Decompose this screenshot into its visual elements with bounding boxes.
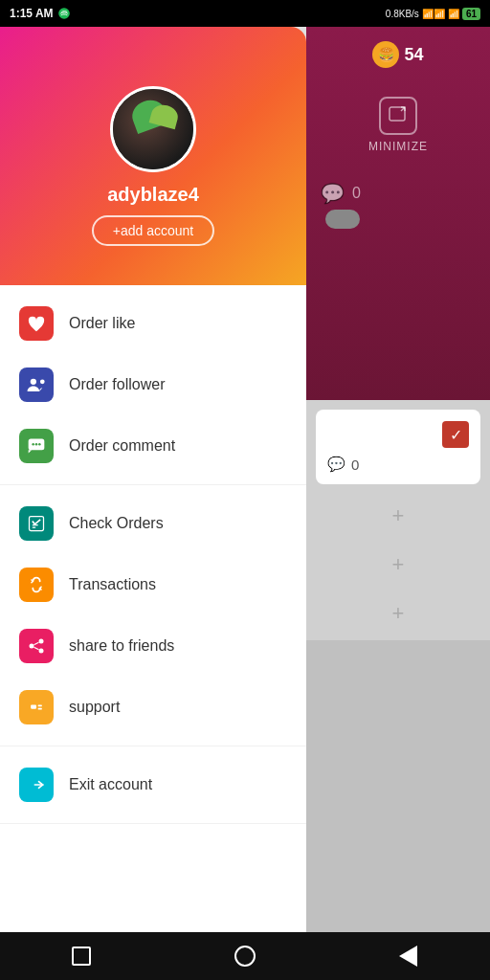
svg-point-1 (58, 8, 70, 19)
right-panel: 🍔 54 MINIMIZE 💬 0 ✓ (306, 27, 490, 980)
spotify-icon (57, 7, 71, 20)
svg-point-14 (39, 649, 44, 654)
nav-back-icon (399, 946, 417, 967)
nav-recent-apps[interactable] (57, 932, 105, 980)
add-account-button[interactable]: +add account (92, 215, 214, 246)
support-icon (19, 690, 54, 724)
nav-bar (0, 932, 490, 980)
check-orders-label: Check Orders (69, 515, 164, 532)
comment-icon-right: 💬 (321, 182, 345, 205)
plus-icon-3[interactable]: + (316, 596, 480, 631)
card-comment-icon: 💬 (327, 456, 345, 473)
card-comment-count: 0 (351, 457, 359, 473)
coin-count: 54 (404, 45, 423, 65)
svg-point-12 (30, 644, 34, 649)
nav-back[interactable] (385, 932, 433, 980)
menu-item-support[interactable]: support (0, 677, 306, 738)
svg-point-2 (31, 379, 36, 385)
order-comment-label: Order comment (69, 437, 175, 455)
svg-point-7 (38, 443, 41, 446)
right-panel-top: 🍔 54 MINIMIZE 💬 0 (306, 27, 490, 400)
coin-icon: 🍔 (372, 41, 399, 68)
svg-point-13 (39, 639, 44, 644)
order-like-label: Order like (69, 315, 135, 332)
svg-rect-20 (38, 708, 42, 710)
avatar-image (113, 86, 193, 172)
status-bar: 1:15 AM 0.8KB/s 📶📶 📶 61 (0, 0, 490, 27)
svg-line-16 (34, 647, 39, 650)
avatar (110, 86, 196, 172)
svg-point-6 (35, 443, 38, 446)
menu-section-1: Order like Order follower (0, 285, 306, 485)
time: 1:15 AM (10, 7, 54, 20)
svg-rect-19 (38, 705, 42, 707)
menu-item-share-to-friends[interactable]: share to friends (0, 615, 306, 677)
wifi-icon: 📶 (448, 9, 459, 19)
comment-area: 💬 0 (306, 182, 490, 229)
menu-section-3: Exit account (0, 746, 306, 824)
signal-icons: 📶📶 (422, 9, 445, 19)
order-follower-icon (19, 368, 54, 402)
svg-point-3 (40, 380, 45, 385)
transactions-icon (19, 568, 54, 602)
coin-badge: 🍔 54 (372, 41, 423, 68)
menu-item-order-like[interactable]: Order like (0, 293, 306, 354)
share-to-friends-icon (19, 629, 54, 663)
username: adyblaze4 (107, 184, 199, 206)
plus-icon-2[interactable]: + (316, 547, 480, 582)
order-comment-icon (19, 429, 54, 463)
menu-item-order-comment[interactable]: Order comment (0, 415, 306, 477)
nav-home[interactable] (221, 932, 269, 980)
comment-count-right: 0 (352, 185, 361, 202)
nav-home-icon (234, 946, 256, 967)
right-card-comment: 💬 0 (327, 456, 469, 473)
menu-item-transactions[interactable]: Transactions (0, 554, 306, 615)
minimize-icon (379, 97, 417, 135)
check-icon: ✓ (442, 421, 469, 448)
menu-item-exit-account[interactable]: Exit account (0, 754, 306, 815)
exit-account-icon (19, 768, 54, 802)
menu-item-check-orders[interactable]: Check Orders (0, 493, 306, 554)
svg-point-5 (32, 443, 34, 446)
svg-line-15 (34, 642, 39, 645)
nav-square-icon (72, 947, 91, 966)
exit-account-label: Exit account (69, 776, 152, 793)
menu-item-order-follower[interactable]: Order follower (0, 354, 306, 415)
order-follower-label: Order follower (69, 376, 165, 393)
support-label: support (69, 699, 120, 716)
drawer: adyblaze4 +add account Order like Order (0, 27, 306, 980)
speed: 0.8KB/s (386, 9, 419, 19)
right-card-1: ✓ 💬 0 (316, 410, 480, 484)
right-panel-bottom: ✓ 💬 0 + + + (306, 400, 490, 640)
battery: 61 (462, 8, 480, 20)
plus-icon-1[interactable]: + (316, 499, 480, 533)
status-bar-right: 0.8KB/s 📶📶 📶 61 (386, 8, 480, 20)
profile-header: adyblaze4 +add account (0, 27, 306, 285)
transactions-label: Transactions (69, 576, 156, 593)
minimize-area[interactable]: MINIMIZE (368, 97, 428, 153)
check-orders-icon (19, 506, 54, 541)
svg-rect-18 (31, 705, 36, 709)
menu-section-2: Check Orders Transactions (0, 485, 306, 746)
order-like-icon (19, 306, 54, 341)
minimize-label: MINIMIZE (368, 140, 428, 153)
toggle-switch[interactable] (325, 210, 360, 229)
share-to-friends-label: share to friends (69, 637, 174, 655)
status-bar-left: 1:15 AM (10, 7, 71, 20)
